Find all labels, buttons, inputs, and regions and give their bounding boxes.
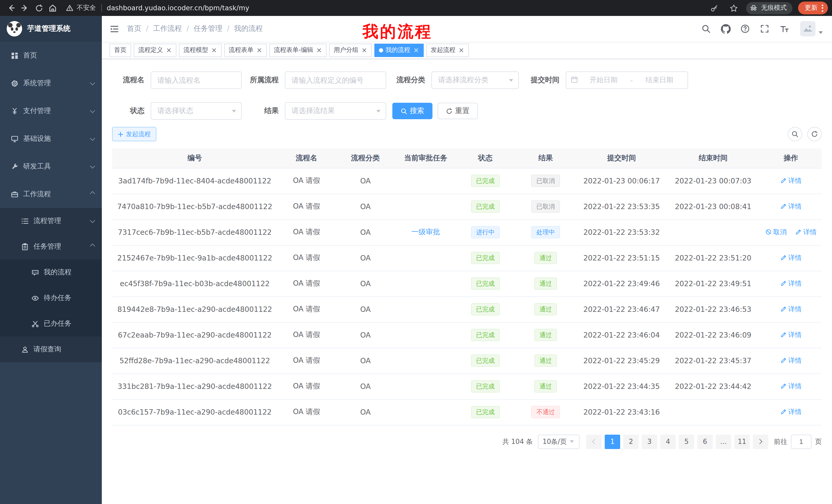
detail-link[interactable]: 详情 <box>780 176 802 186</box>
goto-page-input[interactable] <box>791 435 811 449</box>
tab[interactable]: 流程表单 × <box>224 44 267 57</box>
sidebar-item[interactable]: 请假查询 <box>0 337 102 362</box>
detail-link[interactable]: 详情 <box>780 253 802 262</box>
header-search-button[interactable] <box>698 20 714 38</box>
incognito-badge[interactable]: 无痕模式 <box>746 2 792 14</box>
table-toolbar: 发起流程 <box>112 127 822 141</box>
fullscreen-button[interactable] <box>757 20 772 38</box>
browser-home-button[interactable] <box>46 1 60 15</box>
current-task-link[interactable]: 一级审批 <box>411 228 440 236</box>
detail-link[interactable]: 详情 <box>780 382 802 391</box>
page-button[interactable]: … <box>716 435 731 449</box>
create-process-button[interactable]: 发起流程 <box>112 127 156 141</box>
col-id: 编号 <box>112 148 278 168</box>
tab-close-icon[interactable]: × <box>316 47 322 53</box>
end-time <box>666 399 760 425</box>
result-tag: 处理中 <box>531 226 560 239</box>
breadcrumb-item[interactable]: 任务管理 <box>182 24 222 33</box>
browser-forward-button[interactable] <box>18 1 32 15</box>
page-button[interactable]: 11 <box>734 435 750 449</box>
page-button[interactable]: 4 <box>660 435 676 449</box>
detail-link[interactable]: 详情 <box>780 408 802 417</box>
sidebar-item[interactable]: 研发工具 <box>0 152 102 180</box>
sidebar-item[interactable]: 系统管理 <box>0 69 102 97</box>
page-button[interactable]: 5 <box>679 435 694 449</box>
result-tag: 通过 <box>534 380 557 393</box>
breadcrumb-item[interactable]: 首页 <box>127 24 141 33</box>
github-button[interactable] <box>718 20 733 38</box>
detail-link[interactable]: 详情 <box>780 202 802 211</box>
table-row: 52ffd28e-7b9a-11ec-a290-acde48001122 OA … <box>112 348 822 373</box>
site-security-button[interactable]: 不安全 <box>66 4 96 12</box>
font-size-button[interactable] <box>777 20 792 38</box>
bookmark-star-button[interactable] <box>727 1 740 15</box>
category-filter-select[interactable]: 请选择流程分类 <box>432 72 519 89</box>
detail-link[interactable]: 详情 <box>780 279 802 288</box>
app-logo-row[interactable]: 芋道管理系统 <box>0 16 102 41</box>
page-size-select[interactable]: 10条/页 <box>538 435 579 449</box>
sidebar-item[interactable]: 支付管理 <box>0 97 102 125</box>
cancel-link[interactable]: 取消 <box>765 228 786 237</box>
tab[interactable]: 用户分组 × <box>329 44 372 57</box>
page-button[interactable]: 1 <box>605 435 620 449</box>
result-filter-select[interactable]: 请选择流结果 <box>285 102 386 120</box>
address-bar[interactable]: dashboard.yudao.iocoder.cn/bpm/task/my <box>107 4 250 12</box>
tab-close-icon[interactable]: × <box>257 47 262 53</box>
table-row: 7470a810-7b9b-11ec-b5b7-acde48001122 OA … <box>112 194 822 219</box>
table-row: 7317cec6-7b9b-11ec-b5b7-acde48001122 OA … <box>112 219 822 245</box>
page-button[interactable]: 3 <box>642 435 657 449</box>
breadcrumb-item[interactable]: 工作流程 <box>141 24 182 33</box>
submit-time-range-picker[interactable]: 开始日期 - 结束日期 <box>566 72 688 89</box>
prev-page-button[interactable] <box>586 435 602 449</box>
name-filter-input[interactable] <box>151 72 242 89</box>
status-filter-select[interactable]: 请选择状态 <box>151 102 242 120</box>
search-button[interactable]: 搜索 <box>392 103 433 119</box>
tab-close-icon[interactable]: × <box>459 47 464 53</box>
tab[interactable]: 我的流程 × <box>374 44 424 57</box>
next-page-button[interactable] <box>753 435 768 449</box>
browser-back-button[interactable] <box>4 1 18 15</box>
detail-link[interactable]: 详情 <box>780 330 802 340</box>
sidebar-item[interactable]: 首页 <box>0 41 102 69</box>
tab-close-icon[interactable]: × <box>413 47 419 53</box>
result-tag: 通过 <box>534 252 557 264</box>
tab[interactable]: 流程模型 × <box>179 44 222 57</box>
user-menu[interactable] <box>800 21 823 36</box>
browser-update-button[interactable]: 更新 <box>798 2 828 15</box>
col-actions: 操作 <box>760 148 822 168</box>
process-id: 3ad174fb-7b9d-11ec-8404-acde48001122 <box>112 168 278 194</box>
reset-button[interactable]: 重置 <box>438 103 478 119</box>
result-tag: 已取消 <box>531 200 560 213</box>
end-time: 2022-01-23 00:08:41 <box>666 194 760 219</box>
tab[interactable]: 首页 <box>109 44 131 57</box>
browser-reload-button[interactable] <box>32 1 46 15</box>
tab[interactable]: 流程定义 × <box>134 44 176 57</box>
tab-close-icon[interactable]: × <box>211 47 217 53</box>
help-button[interactable] <box>737 20 753 38</box>
tab-close-icon[interactable]: × <box>362 47 367 53</box>
tab[interactable]: 流程表单-编辑 × <box>269 44 327 57</box>
tab-close-icon[interactable]: × <box>166 47 172 53</box>
page-button[interactable]: 6 <box>697 435 713 449</box>
detail-link[interactable]: 详情 <box>795 228 816 237</box>
sidebar-item[interactable]: 流程管理 <box>0 208 102 234</box>
sidebar-item[interactable]: 我的流程 <box>0 259 102 285</box>
toggle-search-button[interactable] <box>788 127 802 141</box>
tab[interactable]: 发起流程 × <box>426 44 469 57</box>
sidebar-fold-button[interactable] <box>102 16 127 41</box>
status-tag: 已完成 <box>471 380 500 393</box>
detail-link[interactable]: 详情 <box>780 356 802 365</box>
sidebar-item[interactable]: 已办任务 <box>0 311 102 337</box>
sidebar-item-label: 流程管理 <box>33 216 85 226</box>
password-key-button[interactable] <box>707 1 721 15</box>
process-filter-input[interactable] <box>285 72 386 89</box>
detail-link[interactable]: 详情 <box>780 305 802 314</box>
refresh-table-button[interactable] <box>807 127 822 141</box>
breadcrumb-item[interactable]: 我的流程 <box>223 24 263 33</box>
sidebar-item[interactable]: 待办任务 <box>0 285 102 311</box>
sidebar-item[interactable]: 任务管理 <box>0 234 102 259</box>
kebab-menu-icon <box>822 4 823 11</box>
page-button[interactable]: 2 <box>623 435 639 449</box>
sidebar-item[interactable]: 工作流程 <box>0 180 102 208</box>
sidebar-item[interactable]: 基础设施 <box>0 125 102 152</box>
